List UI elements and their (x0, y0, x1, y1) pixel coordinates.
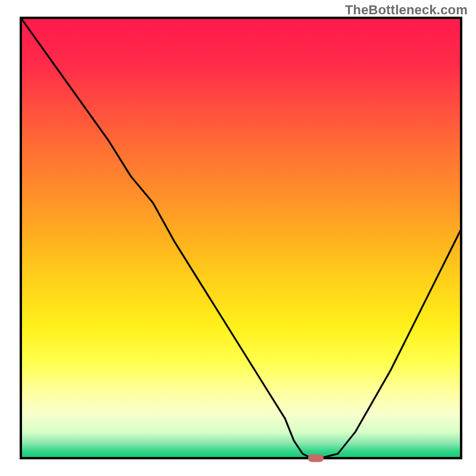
chart-container: { "watermark": "TheBottleneck.com", "cha… (0, 0, 476, 476)
bottleneck-chart (0, 0, 476, 476)
chart-background-gradient (21, 18, 461, 458)
watermark-text: TheBottleneck.com (345, 2, 468, 18)
optimal-point-marker (308, 455, 324, 462)
